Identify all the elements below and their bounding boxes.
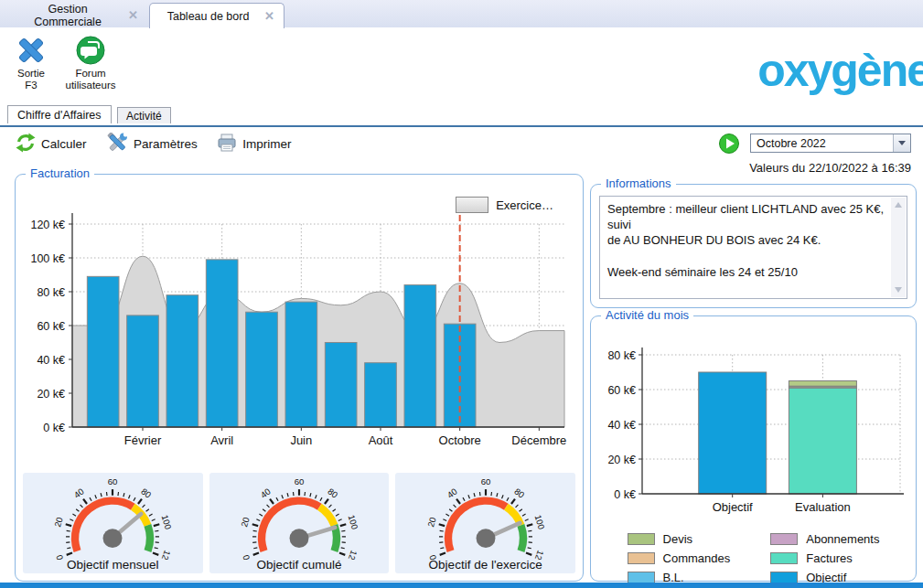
svg-text:40: 40 xyxy=(445,486,458,500)
svg-text:0: 0 xyxy=(54,553,65,560)
svg-text:40 k€: 40 k€ xyxy=(607,419,636,432)
gauge-objectif-cumule: 020406080100120 Objectif cumulé xyxy=(209,473,390,573)
gauge-label: Objectif mensuel xyxy=(23,558,203,572)
svg-text:80 k€: 80 k€ xyxy=(37,286,65,299)
svg-text:100: 100 xyxy=(346,514,360,531)
imprimer-button[interactable]: Imprimer xyxy=(217,133,291,155)
svg-text:80 k€: 80 k€ xyxy=(607,349,636,362)
calculer-label: Calculer xyxy=(41,137,87,151)
legend-swatch xyxy=(628,552,655,564)
tab-activite[interactable]: Activité xyxy=(117,107,171,123)
facturation-title: Facturation xyxy=(26,166,94,180)
legend-swatch xyxy=(628,533,655,545)
svg-text:80: 80 xyxy=(326,486,339,500)
svg-text:20 k€: 20 k€ xyxy=(37,388,65,401)
informations-textbox[interactable]: Septembre : meilleur client LICHTLAND av… xyxy=(599,196,907,299)
imprimer-label: Imprimer xyxy=(242,137,291,151)
svg-text:120: 120 xyxy=(345,549,360,560)
values-timestamp: Valeurs du 22/10/2022 à 16:39 xyxy=(749,161,911,175)
svg-text:60: 60 xyxy=(108,476,118,486)
exit-cross-icon xyxy=(4,35,59,66)
calculer-button[interactable]: Calculer xyxy=(16,133,87,155)
gauge-label: Objectif de l'exercice xyxy=(395,558,575,572)
forum-label: Forum xyxy=(75,68,105,79)
tab-gestion-commerciale[interactable]: Gestion Commerciale ✕ xyxy=(5,3,147,27)
printer-icon xyxy=(217,133,237,155)
informations-groupbox: Informations Septembre : meilleur client… xyxy=(590,184,917,308)
svg-text:100: 100 xyxy=(160,514,174,531)
legend-item: Devis xyxy=(628,530,731,547)
sortie-shortcut: F3 xyxy=(25,80,37,91)
svg-text:Avril: Avril xyxy=(210,433,233,447)
facturation-chart: 0 k€20 k€40 k€60 k€80 k€100 k€120 k€Févr… xyxy=(21,182,577,467)
tab-tableau-de-bord[interactable]: Tableau de bord ✕ xyxy=(149,3,284,28)
gauge-objectif-mensuel: 020406080100120 Objectif mensuel xyxy=(23,473,203,573)
legend-swatch xyxy=(770,552,798,564)
activite-title: Activité du mois xyxy=(601,308,693,322)
svg-text:80: 80 xyxy=(140,486,154,500)
play-button[interactable] xyxy=(719,134,739,154)
gauge-row: 020406080100120 Objectif mensuel 0204060… xyxy=(23,473,575,573)
parametres-button[interactable]: Paramètres xyxy=(106,133,198,155)
scroll-down-icon[interactable] xyxy=(891,283,906,297)
svg-text:Octobre: Octobre xyxy=(439,433,481,447)
svg-text:60 k€: 60 k€ xyxy=(607,384,636,397)
legend-label: Factures xyxy=(806,551,853,565)
sortie-label: Sortie xyxy=(17,68,45,79)
gauge-objectif-exercice: 020406080100120 Objectif de l'exercice xyxy=(395,473,575,573)
ribbon: Sortie F3 Forum utilisateurs oxygène xyxy=(0,27,923,105)
legend-label: Abonnements xyxy=(806,532,879,546)
forum-button[interactable]: Forum utilisateurs xyxy=(55,35,126,91)
sortie-button[interactable]: Sortie F3 xyxy=(4,35,59,91)
legend-swatch xyxy=(770,572,798,583)
svg-text:60: 60 xyxy=(480,476,490,486)
svg-text:0 k€: 0 k€ xyxy=(614,488,636,501)
tools-icon xyxy=(106,133,128,155)
scroll-up-icon[interactable] xyxy=(891,198,906,212)
svg-text:100: 100 xyxy=(532,514,546,531)
close-icon[interactable]: ✕ xyxy=(264,9,274,23)
refresh-icon xyxy=(16,133,36,155)
page-tab-bar: Chiffre d'Affaires Activité xyxy=(0,105,923,127)
informations-title: Informations xyxy=(601,176,676,190)
chevron-down-icon[interactable] xyxy=(893,134,910,152)
svg-text:20 k€: 20 k€ xyxy=(607,454,636,466)
svg-text:0: 0 xyxy=(241,553,252,560)
legend-swatch xyxy=(770,533,798,545)
svg-text:Août: Août xyxy=(369,433,393,447)
legend-label-exercice: Exercice… xyxy=(496,198,553,212)
document-tab-bar: Gestion Commerciale ✕ Tableau de bord ✕ xyxy=(0,0,923,28)
legend-swatch xyxy=(628,572,655,583)
informations-text: Septembre : meilleur client LICHTLAND av… xyxy=(607,201,885,294)
svg-text:Objectif: Objectif xyxy=(712,500,752,514)
activite-groupbox: Activité du mois 0 k€20 k€40 k€60 k€80 k… xyxy=(590,315,917,582)
svg-text:Evaluation: Evaluation xyxy=(795,500,851,514)
period-select[interactable]: Octobre 2022 xyxy=(750,134,911,153)
parametres-label: Paramètres xyxy=(134,137,198,151)
period-select-value: Octobre 2022 xyxy=(751,137,893,150)
facturation-groupbox: Facturation 0 k€20 k€40 k€60 k€80 k€100 … xyxy=(15,174,584,582)
legend-item: Factures xyxy=(770,550,879,566)
activite-chart: 0 k€20 k€40 k€60 k€80 k€ObjectifEvaluati… xyxy=(598,331,909,525)
tab-label: Tableau de bord xyxy=(159,10,257,23)
svg-text:Février: Février xyxy=(124,433,162,447)
svg-text:40: 40 xyxy=(259,486,273,500)
svg-text:120: 120 xyxy=(158,549,173,560)
legend-swatch-exercice xyxy=(456,197,488,213)
close-icon[interactable]: ✕ xyxy=(128,8,138,22)
svg-text:60 k€: 60 k€ xyxy=(37,320,65,333)
svg-text:80: 80 xyxy=(512,486,526,500)
svg-text:0 k€: 0 k€ xyxy=(43,422,65,434)
legend-label: Devis xyxy=(663,532,693,546)
gauge-label: Objectif cumulé xyxy=(209,558,390,572)
svg-text:60: 60 xyxy=(295,476,305,486)
svg-text:Juin: Juin xyxy=(290,433,312,447)
svg-text:40 k€: 40 k€ xyxy=(37,354,65,367)
tab-chiffre-affaires[interactable]: Chiffre d'Affaires xyxy=(7,105,112,123)
scrollbar[interactable] xyxy=(891,198,906,297)
svg-text:Décembre: Décembre xyxy=(511,433,566,447)
app-window: Gestion Commerciale ✕ Tableau de bord ✕ … xyxy=(0,0,923,588)
legend-item: Abonnements xyxy=(770,530,879,547)
chat-bubble-icon xyxy=(55,35,126,66)
svg-text:20: 20 xyxy=(239,516,252,528)
